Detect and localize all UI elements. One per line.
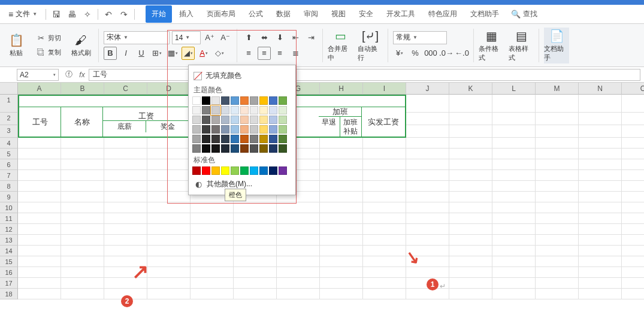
wrap-text-button[interactable]: [⤶] 自动换行 [358, 28, 383, 63]
row-header-7[interactable]: 7 [0, 170, 18, 181]
tab-insert[interactable]: 插入 [173, 5, 199, 23]
theme-swatch[interactable] [279, 96, 287, 105]
formula-input[interactable]: 工号 [89, 69, 640, 81]
col-header-M[interactable]: M [536, 83, 579, 95]
theme-swatch[interactable] [221, 116, 229, 124]
font-size-combo[interactable]: 14▼ [172, 31, 201, 44]
col-header-C[interactable]: C [104, 83, 147, 95]
align-top-button[interactable]: ⬆ [242, 31, 255, 44]
col-header-I[interactable]: I [363, 83, 406, 95]
theme-swatch[interactable] [231, 125, 239, 134]
theme-swatch[interactable] [269, 96, 277, 105]
fx-icon[interactable]: ⓕ [62, 69, 75, 80]
tab-special[interactable]: 特色应用 [422, 5, 463, 23]
theme-swatch[interactable] [259, 125, 268, 134]
theme-swatch[interactable] [202, 125, 210, 134]
theme-swatch[interactable] [240, 125, 249, 134]
tab-data[interactable]: 数据 [270, 5, 297, 23]
standard-swatch[interactable] [240, 166, 249, 175]
row-header-11[interactable]: 11 [0, 213, 18, 224]
theme-swatch[interactable] [259, 135, 268, 143]
standard-swatch[interactable] [269, 166, 277, 175]
row-header-18[interactable]: 18 [0, 289, 18, 299]
theme-swatch[interactable] [192, 116, 201, 124]
row-header-10[interactable]: 10 [0, 202, 18, 213]
tab-layout[interactable]: 页面布局 [201, 5, 241, 23]
tab-dev[interactable]: 开发工具 [380, 5, 421, 23]
align-center-button[interactable]: ≡ [258, 47, 271, 60]
row-header-16[interactable]: 16 [0, 267, 18, 278]
underline-button[interactable]: U [135, 47, 148, 60]
spreadsheet-grid[interactable]: ABCDEFGHIJKLMNO 123456789101112131415161… [0, 83, 644, 318]
fill-color-button[interactable]: ◢▾ [182, 47, 195, 60]
theme-swatch[interactable] [202, 116, 210, 124]
theme-swatch[interactable] [279, 106, 287, 114]
theme-swatch[interactable] [221, 106, 229, 114]
row-header-8[interactable]: 8 [0, 181, 18, 192]
theme-swatch[interactable] [231, 96, 239, 105]
redo-icon[interactable]: ↷ [117, 8, 131, 21]
theme-swatch[interactable] [250, 116, 258, 124]
theme-swatch[interactable] [240, 116, 249, 124]
col-header-H[interactable]: H [320, 83, 363, 95]
standard-swatch[interactable] [231, 166, 239, 175]
theme-swatch[interactable] [269, 144, 277, 153]
theme-swatch[interactable] [192, 144, 201, 153]
col-header-K[interactable]: K [449, 83, 492, 95]
standard-swatch[interactable] [202, 166, 210, 175]
theme-swatch[interactable] [279, 135, 287, 143]
number-format-combo[interactable]: 常规▼ [393, 31, 447, 44]
currency-button[interactable]: ¥▾ [393, 47, 406, 60]
theme-swatch[interactable] [202, 96, 210, 105]
row-header-2[interactable]: 2 [0, 113, 18, 125]
save-icon[interactable]: 🖫 [50, 8, 63, 21]
col-header-N[interactable]: N [579, 83, 622, 95]
comma-button[interactable]: 000 [424, 47, 437, 60]
standard-swatch[interactable] [259, 166, 268, 175]
col-header-A[interactable]: A [18, 83, 61, 95]
print-icon[interactable]: 🖶 [65, 8, 78, 21]
increase-font-button[interactable]: A⁺ [203, 31, 216, 44]
theme-swatch[interactable] [269, 116, 277, 124]
theme-swatch[interactable] [269, 125, 277, 134]
preview-icon[interactable]: ✧ [81, 8, 94, 21]
theme-swatch[interactable] [211, 116, 220, 124]
theme-swatch[interactable] [240, 106, 249, 114]
tab-review[interactable]: 审阅 [298, 5, 324, 23]
indent-dec-button[interactable]: ⇤ [289, 31, 302, 44]
tab-security[interactable]: 安全 [353, 5, 379, 23]
theme-swatch[interactable] [192, 135, 201, 143]
no-fill-option[interactable]: 无填充颜色 [192, 69, 292, 83]
align-bottom-button[interactable]: ⬇ [273, 31, 286, 44]
search-box[interactable]: 🔍 查找 [511, 9, 537, 19]
doc-helper-button[interactable]: 📄 文档助手 [544, 28, 569, 63]
italic-button[interactable]: I [119, 47, 132, 60]
col-header-L[interactable]: L [492, 83, 536, 95]
inc-decimal-button[interactable]: .0→ [440, 47, 453, 60]
col-header-D[interactable]: D [147, 83, 191, 95]
theme-swatch[interactable] [202, 135, 210, 143]
row-header-3[interactable]: 3 [0, 125, 18, 138]
theme-swatch[interactable] [279, 144, 287, 153]
theme-swatch[interactable] [250, 125, 258, 134]
font-name-combo[interactable]: 宋体▼ [104, 31, 170, 44]
theme-swatch[interactable] [259, 96, 268, 105]
format-painter-button[interactable]: 🖌 格式刷 [68, 28, 93, 63]
name-box[interactable]: A2 ▾ [17, 69, 59, 81]
col-header-J[interactable]: J [406, 83, 449, 95]
theme-swatch[interactable] [192, 106, 201, 114]
paste-button[interactable]: 📋 粘贴 [4, 28, 29, 63]
standard-swatch[interactable] [211, 166, 220, 175]
align-left-button[interactable]: ≡ [242, 47, 255, 60]
table-style-button[interactable]: ▤ 表格样式 [509, 28, 534, 63]
theme-swatch[interactable] [211, 144, 220, 153]
theme-swatch[interactable] [192, 96, 201, 105]
cut-button[interactable]: ✂剪切 [34, 32, 64, 44]
merge-center-button[interactable]: ▭ 合并居中 [328, 28, 353, 63]
theme-swatch[interactable] [259, 144, 268, 153]
standard-swatch[interactable] [192, 166, 201, 175]
standard-swatch[interactable] [221, 166, 229, 175]
cond-format-button[interactable]: ▦ 条件格式 [479, 28, 504, 63]
theme-swatch[interactable] [250, 144, 258, 153]
theme-swatch[interactable] [231, 144, 239, 153]
